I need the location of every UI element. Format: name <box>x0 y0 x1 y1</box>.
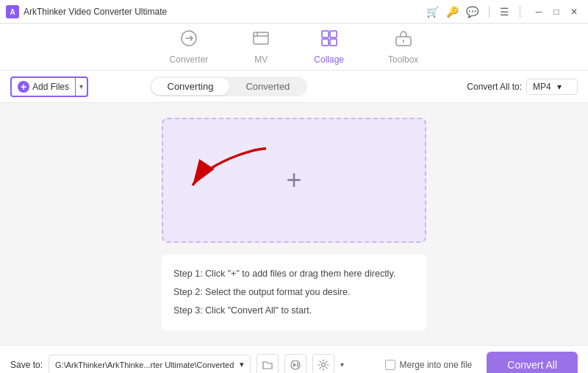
toolbox-label: Toolbox <box>388 54 418 65</box>
save-path-text: G:\ArkThinker\ArkThinke...rter Ultimate\… <box>55 360 234 369</box>
bottom-bar: Save to: G:\ArkThinker\ArkThinke...rter … <box>0 345 588 373</box>
plus-icon: + <box>18 81 29 93</box>
format-dropdown-icon: ▾ <box>557 82 562 92</box>
maximize-button[interactable]: □ <box>548 4 564 20</box>
add-files-dropdown[interactable]: ▾ <box>75 78 87 96</box>
convert-all-to-label: Convert All to: <box>467 82 522 92</box>
arrow-indicator <box>185 141 273 203</box>
svg-point-13 <box>322 363 326 366</box>
nav-item-mv[interactable]: MV <box>245 26 277 68</box>
toolbox-icon <box>395 29 412 51</box>
app-logo: A <box>6 5 19 18</box>
chat-icon[interactable]: 💬 <box>466 6 478 18</box>
save-path-input[interactable]: G:\ArkThinker\ArkThinke...rter Ultimate\… <box>49 355 251 374</box>
add-files-main[interactable]: + Add Files <box>12 81 75 93</box>
step3-text: Step 3: Click "Convert All" to start. <box>173 302 415 320</box>
format-select[interactable]: MP4 ▾ <box>526 79 578 95</box>
toolbar: + Add Files ▾ Converting Converted Conve… <box>0 71 588 103</box>
path-dropdown-icon: ▾ <box>240 360 244 369</box>
nav-item-toolbox[interactable]: Toolbox <box>381 26 426 68</box>
menu-icon[interactable]: ☰ <box>500 6 509 18</box>
collage-label: Collage <box>314 54 344 65</box>
drop-zone[interactable]: + <box>162 118 426 243</box>
convert-all-to: Convert All to: MP4 ▾ <box>467 79 578 95</box>
svg-rect-5 <box>330 31 337 38</box>
separator <box>489 6 490 18</box>
nav-item-converter[interactable]: Converter <box>162 26 216 68</box>
converter-label: Converter <box>170 54 209 65</box>
cart-icon[interactable]: 🛒 <box>426 6 439 18</box>
merge-checkbox[interactable] <box>385 360 395 370</box>
step2-text: Step 2: Select the output format you des… <box>173 283 415 302</box>
app-title: ArkThinker Video Converter Ultimate <box>24 7 426 17</box>
merge-label-text: Merge into one file <box>400 360 473 370</box>
nav-item-collage[interactable]: Collage <box>306 26 351 68</box>
convert-all-button[interactable]: Convert All <box>487 352 578 374</box>
mv-label: MV <box>254 54 268 65</box>
svg-rect-7 <box>330 39 337 46</box>
tab-group: Converting Converted <box>150 77 308 96</box>
title-bar: A ArkThinker Video Converter Ultimate 🛒 … <box>0 0 588 24</box>
svg-rect-4 <box>322 31 329 38</box>
window-controls: ─ □ ✕ <box>531 4 582 20</box>
minimize-button[interactable]: ─ <box>531 4 547 20</box>
step1-text: Step 1: Click "+" to add files or drag t… <box>173 265 415 283</box>
title-bar-icons: 🛒 🔑 💬 ☰ <box>426 6 523 18</box>
add-files-button[interactable]: + Add Files ▾ <box>10 77 88 97</box>
settings-icon-button[interactable] <box>312 354 334 374</box>
save-to-label: Save to: <box>10 360 43 370</box>
svg-rect-3 <box>254 32 268 44</box>
tab-converted[interactable]: Converted <box>229 78 306 95</box>
nav-bar: Converter MV Collage <box>0 24 588 71</box>
converter-icon <box>180 29 198 51</box>
separator <box>520 6 520 18</box>
mv-icon <box>252 29 270 51</box>
settings-dropdown-icon: ▾ <box>340 360 344 369</box>
add-files-label: Add Files <box>32 82 69 92</box>
format-value: MP4 <box>533 82 551 92</box>
close-button[interactable]: ✕ <box>566 4 582 20</box>
key-icon[interactable]: 🔑 <box>446 6 459 18</box>
steps-container: Step 1: Click "+" to add files or drag t… <box>162 255 426 330</box>
tab-converting[interactable]: Converting <box>151 78 230 95</box>
main-content: + Step 1: Click "+" to add files or drag… <box>0 103 588 345</box>
speed-icon-button[interactable] <box>284 354 306 374</box>
drop-zone-plus-icon: + <box>286 165 301 196</box>
collage-icon <box>320 29 338 51</box>
open-folder-button[interactable] <box>257 354 279 374</box>
merge-into-one-label[interactable]: Merge into one file <box>385 360 473 370</box>
svg-text:A: A <box>10 8 15 16</box>
svg-rect-6 <box>322 39 329 46</box>
